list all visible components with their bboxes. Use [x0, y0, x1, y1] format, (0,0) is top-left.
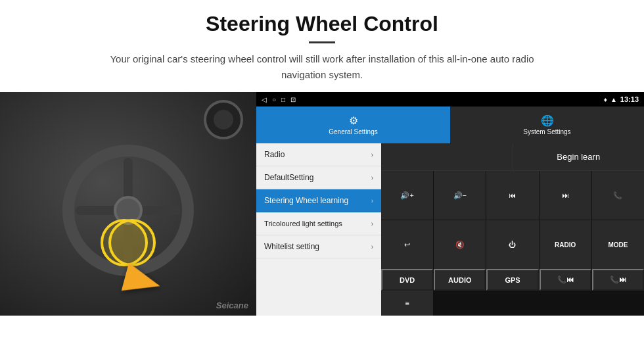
menu-grid-button[interactable]: ≡ — [381, 291, 433, 316]
gps-button[interactable]: GPS — [486, 269, 538, 291]
page-wrapper: Steering Wheel Control Your original car… — [0, 0, 644, 316]
menu-item-radio[interactable]: Radio › — [256, 143, 381, 166]
screenshot-nav-icon[interactable]: ⊡ — [290, 96, 296, 103]
chevron-icon-whitelist: › — [371, 243, 373, 251]
radio-label-area — [381, 143, 513, 170]
tab-general-label: General Settings — [329, 128, 378, 135]
vol-up-icon: 🔊+ — [400, 191, 413, 200]
back-icon: ↩ — [404, 241, 410, 249]
chevron-icon-tricoloured: › — [371, 220, 373, 227]
sw-outer — [62, 145, 194, 276]
tab-system-label: System Settings — [523, 128, 570, 135]
car-photo-bg: Seicane — [0, 92, 256, 316]
watermark: Seicane — [216, 300, 248, 310]
main-content: Radio › DefaultSetting › Steering Wheel … — [256, 143, 644, 316]
phone-prev-icon: 📞⏮ — [557, 275, 574, 284]
header-section: Steering Wheel Control Your original car… — [0, 0, 644, 92]
prev-track-icon: ⏮ — [509, 191, 516, 199]
last-button-row: ≡ — [381, 291, 644, 316]
back-nav-icon[interactable]: ◁ — [262, 96, 267, 103]
radio-text-label: RADIO — [555, 241, 576, 249]
begin-learn-button[interactable]: Begin learn — [513, 143, 645, 170]
menu-item-steering-label: Steering Wheel learning — [264, 196, 371, 205]
general-settings-icon: ⚙ — [349, 114, 358, 127]
chevron-icon-radio: › — [371, 151, 373, 158]
highlight-right-buttons — [101, 219, 148, 266]
page-title: Steering Wheel Control — [39, 12, 605, 36]
back-button[interactable]: ↩ — [381, 220, 433, 269]
prev-track-button[interactable]: ⏮ — [486, 171, 538, 220]
vol-down-icon: 🔊− — [453, 191, 467, 200]
dvd-label: DVD — [400, 276, 415, 284]
menu-item-tricoloured[interactable]: Tricoloured light settings › — [256, 212, 381, 235]
content-area: Seicane ◁ ○ □ ⊡ ♦ ▲ 13:13 — [0, 92, 644, 316]
phone-next-icon: 📞⏭ — [610, 275, 626, 284]
menu-item-whitelist[interactable]: Whitelist setting › — [256, 235, 381, 258]
next-track-icon: ⏭ — [562, 191, 569, 199]
home-nav-icon[interactable]: ○ — [272, 96, 276, 103]
mode-button[interactable]: MODE — [592, 220, 644, 269]
gps-status-icon: ♦ — [604, 96, 607, 103]
next-track-button[interactable]: ⏭ — [540, 171, 591, 220]
audio-button[interactable]: AUDIO — [434, 269, 486, 291]
dvd-button[interactable]: DVD — [381, 269, 433, 291]
tab-system-settings[interactable]: 🌐 System Settings — [450, 107, 644, 143]
phone-prev-button[interactable]: 📞⏮ — [540, 269, 591, 291]
mode-label: MODE — [608, 241, 628, 249]
menu-item-whitelist-label: Whitelist setting — [264, 242, 371, 251]
control-button-grid: 🔊+ 🔊− ⏮ ⏭ 📞 — [381, 171, 644, 269]
arrow-shape — [122, 263, 164, 300]
radio-button[interactable]: RADIO — [540, 220, 591, 269]
subtitle-text: Your original car's steering wheel contr… — [92, 51, 552, 83]
vol-up-button[interactable]: 🔊+ — [381, 171, 433, 220]
phone-button[interactable]: 📞 — [592, 171, 644, 220]
status-time: 13:13 — [620, 95, 639, 103]
power-button[interactable]: ⏻ — [486, 220, 538, 269]
radio-begin-row: Begin learn — [381, 143, 644, 171]
vol-down-button[interactable]: 🔊− — [434, 171, 486, 220]
controls-area: Begin learn 🔊+ 🔊− ⏮ — [381, 143, 644, 316]
status-left: ◁ ○ □ ⊡ — [262, 96, 296, 103]
status-right: ♦ ▲ 13:13 — [604, 95, 639, 103]
system-settings-icon: 🌐 — [541, 114, 554, 127]
mute-icon: 🔇 — [455, 241, 465, 249]
menu-grid-icon: ≡ — [405, 299, 409, 307]
wifi-status-icon: ▲ — [610, 96, 617, 103]
top-tabs: ⚙ General Settings 🌐 System Settings — [256, 107, 644, 143]
menu-item-defaultsetting[interactable]: DefaultSetting › — [256, 166, 381, 189]
phone-icon: 📞 — [613, 191, 622, 200]
chevron-icon-steering: › — [371, 197, 373, 204]
android-ui: ◁ ○ □ ⊡ ♦ ▲ 13:13 ⚙ General Settings — [256, 92, 644, 316]
menu-list: Radio › DefaultSetting › Steering Wheel … — [256, 143, 381, 316]
title-divider — [309, 41, 335, 43]
gps-label: GPS — [505, 276, 520, 284]
phone-next-button[interactable]: 📞⏭ — [592, 269, 644, 291]
recents-nav-icon[interactable]: □ — [281, 96, 285, 103]
chevron-icon-default: › — [371, 174, 373, 181]
gauge-hint — [204, 100, 243, 139]
bottom-button-row: DVD AUDIO GPS 📞⏮ 📞⏭ — [381, 269, 644, 291]
menu-item-tricoloured-label: Tricoloured light settings — [264, 219, 371, 228]
gauge-inner — [214, 110, 233, 130]
arrow-overlay — [125, 267, 161, 296]
car-photo: Seicane — [0, 92, 256, 316]
tab-general-settings[interactable]: ⚙ General Settings — [256, 107, 450, 143]
mute-button[interactable]: 🔇 — [434, 220, 486, 269]
menu-item-radio-label: Radio — [264, 150, 371, 159]
menu-item-defaultsetting-label: DefaultSetting — [264, 173, 371, 182]
steering-wheel — [62, 145, 194, 276]
audio-label: AUDIO — [448, 276, 471, 284]
menu-item-steering-wheel[interactable]: Steering Wheel learning › — [256, 189, 381, 212]
power-icon: ⏻ — [509, 241, 516, 249]
status-bar: ◁ ○ □ ⊡ ♦ ▲ 13:13 — [256, 92, 644, 107]
